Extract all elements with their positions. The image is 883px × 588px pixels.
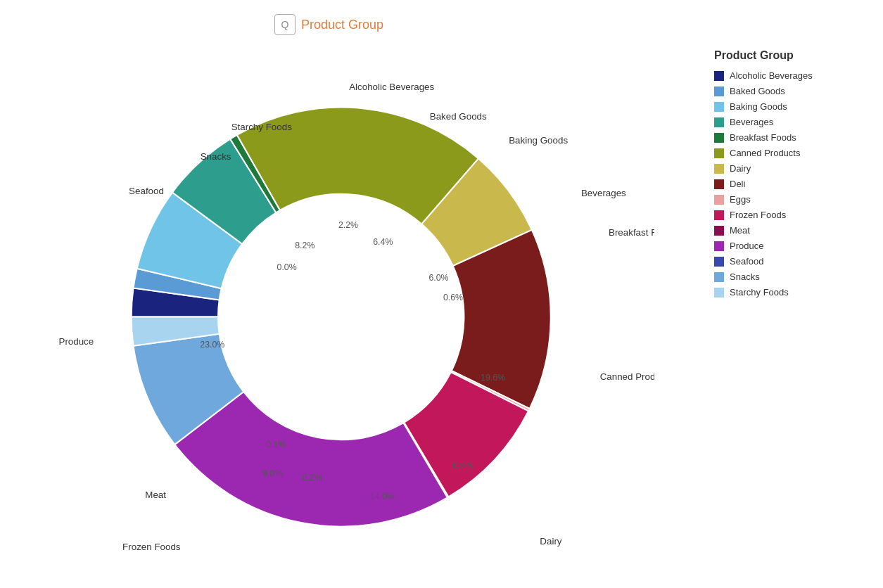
legend-color-produce [714,241,724,251]
legend-color-seafood [714,257,724,267]
legend-color-beverages [714,117,724,127]
svg-text:Alcoholic Beverages: Alcoholic Beverages [349,82,434,92]
svg-text:23.0%: 23.0% [200,340,224,350]
donut-chart: Alcoholic BeveragesBaked GoodsBaking Goo… [42,42,654,563]
legend-color-frozen-foods [714,210,724,220]
legend-color-alcoholic-beverages [714,71,724,81]
legend-item-dairy: Dairy [714,163,869,174]
svg-text:0.6%: 0.6% [443,293,463,302]
svg-text:Produce: Produce [58,336,94,347]
legend-item-produce: Produce [714,241,869,251]
legend-item-breakfast-foods: Breakfast Foods [714,132,869,143]
legend-item-starchy-foods: Starchy Foods [714,287,869,298]
legend-item-eggs: Eggs [714,194,869,205]
legend-color-baking-goods [714,102,724,112]
chart-title-area: Q Product Group [274,14,383,35]
svg-text:Canned Products: Canned Products [600,371,654,382]
svg-text:19.6%: 19.6% [481,373,505,383]
legend-title: Product Group [714,49,869,62]
legend-item-meat: Meat [714,225,869,236]
legend-item-canned-products: Canned Products [714,148,869,158]
svg-text:0.2%: 0.2% [303,473,322,482]
svg-text:Starchy Foods: Starchy Foods [231,122,292,132]
legend-item-seafood: Seafood [714,256,869,267]
svg-text:6.8%: 6.8% [452,461,472,471]
legend-item-alcoholic-beverages: Alcoholic Beverages [714,70,869,81]
svg-text:0.1%: 0.1% [266,440,286,449]
svg-text:2.2%: 2.2% [338,220,358,230]
svg-text:Frozen Foods: Frozen Foods [122,542,181,552]
svg-text:Baked Goods: Baked Goods [430,111,487,122]
svg-text:6.0%: 6.0% [428,273,448,283]
svg-text:Seafood: Seafood [129,186,164,196]
legend-item-baking-goods: Baking Goods [714,101,869,112]
chart-container: Q Product Group Product Group Alcoholic … [0,0,883,588]
svg-text:6.4%: 6.4% [373,237,393,247]
title-icon: Q [274,14,296,35]
legend-item-deli: Deli [714,179,869,189]
svg-text:14.0%: 14.0% [370,492,395,501]
svg-text:Baking Goods: Baking Goods [509,135,568,146]
svg-text:0.0%: 0.0% [277,262,297,272]
legend-color-baked-goods [714,87,724,96]
svg-text:8.2%: 8.2% [295,241,315,250]
legend-color-meat [714,226,724,236]
svg-text:Beverages: Beverages [581,188,626,198]
legend-color-breakfast-foods [714,133,724,143]
svg-text:Breakfast Foods: Breakfast Foods [609,227,654,238]
legend-color-eggs [714,195,724,205]
legend-color-starchy-foods [714,288,724,298]
svg-text:Snacks: Snacks [201,151,231,162]
legend-color-dairy [714,164,724,174]
legend-item-frozen-foods: Frozen Foods [714,210,869,220]
chart-title: Product Group [301,18,383,32]
legend-item-snacks: Snacks [714,271,869,282]
legend-color-snacks [714,272,724,282]
legend-color-canned-products [714,148,724,158]
legend-item-baked-goods: Baked Goods [714,86,869,96]
svg-text:9.0%: 9.0% [262,468,282,478]
legend: Product Group Alcoholic Beverages Baked … [714,49,869,302]
legend-item-beverages: Beverages [714,117,869,127]
legend-color-deli [714,179,724,189]
svg-text:Meat: Meat [145,490,166,500]
svg-text:Dairy: Dairy [540,536,561,547]
donut-svg: Alcoholic BeveragesBaked GoodsBaking Goo… [42,42,654,563]
